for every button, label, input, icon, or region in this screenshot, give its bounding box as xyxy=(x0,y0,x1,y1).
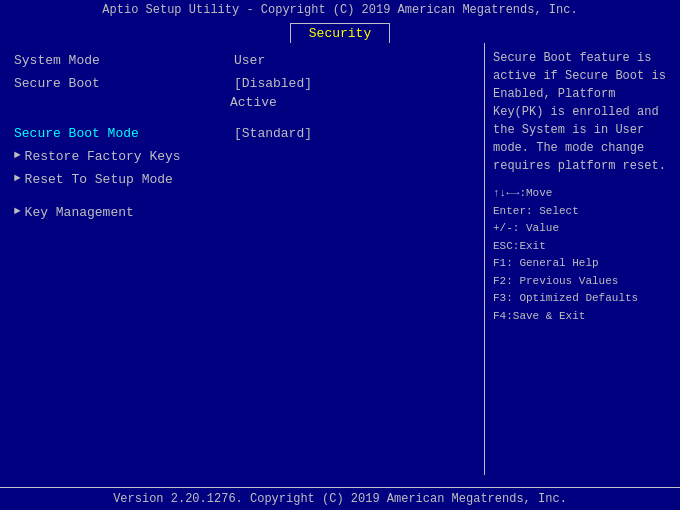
system-mode-value: User xyxy=(234,53,265,68)
nav-f3: F3: Optimized Defaults xyxy=(493,290,672,307)
secure-boot-mode-value: [Standard] xyxy=(234,126,312,141)
nav-move: ↑↓←→:Move xyxy=(493,185,672,202)
secure-boot-mode-label: Secure Boot Mode xyxy=(14,126,214,141)
reset-setup-mode-label: Reset To Setup Mode xyxy=(25,172,225,187)
arrow-icon: ► xyxy=(14,205,21,217)
menu-item-secure-boot: Secure Boot [Disabled] xyxy=(10,74,474,93)
footer-text: Version 2.20.1276. Copyright (C) 2019 Am… xyxy=(113,492,567,506)
tab-security[interactable]: Security xyxy=(290,23,390,43)
help-text: Secure Boot feature is active if Secure … xyxy=(493,49,672,175)
nav-f4: F4:Save & Exit xyxy=(493,308,672,325)
nav-select: Enter: Select xyxy=(493,203,672,220)
menu-item-key-management[interactable]: ► Key Management xyxy=(10,203,474,222)
nav-f1: F1: General Help xyxy=(493,255,672,272)
right-panel: Secure Boot feature is active if Secure … xyxy=(485,43,680,475)
bottom-bar: Version 2.20.1276. Copyright (C) 2019 Am… xyxy=(0,487,680,510)
secure-boot-label: Secure Boot xyxy=(14,76,214,91)
nav-help: ↑↓←→:Move Enter: Select +/-: Value ESC:E… xyxy=(493,185,672,324)
menu-item-system-mode: System Mode User xyxy=(10,51,474,70)
nav-value: +/-: Value xyxy=(493,220,672,237)
tab-bar: Security xyxy=(0,21,680,43)
menu-item-reset-setup-mode[interactable]: ► Reset To Setup Mode xyxy=(10,170,474,189)
arrow-icon: ► xyxy=(14,149,21,161)
secure-boot-value: [Disabled] xyxy=(234,76,312,91)
restore-factory-keys-label: Restore Factory Keys xyxy=(25,149,225,164)
left-panel: System Mode User Secure Boot [Disabled] … xyxy=(0,43,485,475)
arrow-icon: ► xyxy=(14,172,21,184)
menu-item-secure-boot-mode[interactable]: Secure Boot Mode [Standard] xyxy=(10,124,474,143)
menu-item-restore-factory-keys[interactable]: ► Restore Factory Keys xyxy=(10,147,474,166)
secure-boot-subvalue: Active xyxy=(230,95,474,110)
main-area: System Mode User Secure Boot [Disabled] … xyxy=(0,43,680,475)
key-management-label: Key Management xyxy=(25,205,225,220)
top-bar: Aptio Setup Utility - Copyright (C) 2019… xyxy=(0,0,680,21)
nav-f2: F2: Previous Values xyxy=(493,273,672,290)
system-mode-label: System Mode xyxy=(14,53,214,68)
header-title: Aptio Setup Utility - Copyright (C) 2019… xyxy=(102,3,577,17)
nav-exit: ESC:Exit xyxy=(493,238,672,255)
